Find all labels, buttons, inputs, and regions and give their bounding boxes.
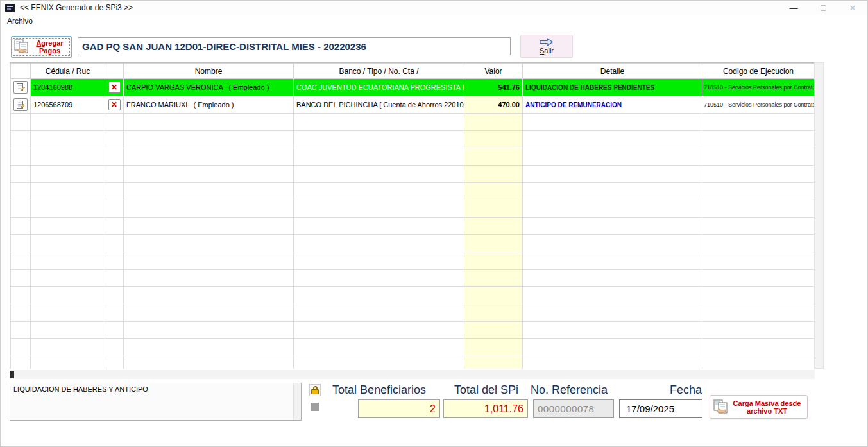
table-row-empty [11, 287, 815, 304]
cell-banco: BANCO DEL PICHINCHA [ Cuenta de Ahorros … [294, 96, 464, 114]
cell-cedula: 1204160988 [31, 79, 105, 96]
cell-nombre: FRANCO MARIUXI ( Empleado ) [124, 96, 294, 114]
carga-masiva-button[interactable]: Carga Masiva desde archivo TXT [710, 395, 808, 419]
table-row-empty [11, 166, 815, 183]
cell-valor: 541.76 [464, 79, 523, 96]
window-controls: — ✕ [779, 1, 867, 15]
table-row[interactable]: 1206568709 ✕ FRANCO MARIUXI ( Empleado )… [11, 96, 815, 114]
header-delete-col [105, 64, 124, 79]
entity-title-input[interactable] [78, 37, 511, 55]
cell-banco: COAC JUVENTUD ECUATORIANA PROGRESISTA LT… [294, 79, 464, 96]
table-row-empty [11, 114, 815, 131]
total-spi-label: Total del SPi [454, 383, 518, 397]
fenix-window: { "window": { "title": "<< FENIX Generad… [0, 0, 868, 447]
table-row-empty [11, 252, 815, 270]
close-button[interactable]: ✕ [838, 1, 867, 15]
header-valor: Valor [464, 64, 523, 79]
table-row-empty [11, 270, 815, 287]
table-row-empty [11, 356, 815, 369]
agregar-pagos-button[interactable]: Agregar Pagos [11, 36, 72, 58]
grid-header-row: Cédula / Ruc Nombre Banco / Tipo / No. C… [11, 64, 815, 79]
total-spi-value: 1,011.76 [443, 399, 528, 418]
cell-cedula: 1206568709 [31, 96, 105, 114]
fecha-value[interactable]: 17/09/2025 [619, 399, 702, 418]
fecha-label: Fecha [670, 383, 702, 397]
titlebar: << FENIX Generador de SPi3 >> — ✕ [1, 1, 867, 15]
edit-row-button[interactable] [13, 81, 28, 94]
cell-detalle: LIQUIDACION DE HABERES PENDIENTES [523, 79, 702, 96]
app-icon [5, 4, 15, 12]
papers-hand-icon [713, 399, 729, 415]
horizontal-scrollbar[interactable] [10, 370, 815, 379]
delete-row-button[interactable]: ✕ [108, 99, 121, 110]
header-codigo: Codigo de Ejecucion [702, 64, 815, 79]
table-row-empty [11, 235, 815, 252]
description-textarea[interactable]: LIQUIDACION DE HABERES Y ANTICIPO [10, 383, 293, 419]
total-beneficiarios-value: 2 [358, 399, 440, 418]
table-row-empty [11, 339, 815, 356]
table-row-empty [11, 304, 815, 322]
table-row-empty [11, 322, 815, 339]
header-detalle: Detalle [523, 64, 702, 79]
agregar-pagos-label: Agregar Pagos [30, 39, 69, 55]
edit-icon [17, 83, 25, 92]
description-scrollbar[interactable] [293, 383, 301, 420]
salir-label: Salir [540, 47, 554, 55]
vertical-scrollbar[interactable] [814, 62, 824, 369]
table-row-empty [11, 148, 815, 166]
cell-nombre: CARPIO VARGAS VERONICA ( Empleado ) [124, 79, 294, 96]
cell-codigo: 710510 - Servicios Personales por Contra… [702, 79, 815, 96]
table-row[interactable]: 1204160988 ✕ CARPIO VARGAS VERONICA ( Em… [11, 79, 815, 96]
delete-row-button[interactable]: ✕ [108, 82, 121, 93]
cell-detalle: ANTICIPO DE REMUNERACION [523, 96, 702, 114]
edit-icon [17, 101, 25, 109]
header-cedula: Cédula / Ruc [31, 64, 105, 79]
header-banco: Banco / Tipo / No. Cta / [294, 64, 464, 79]
salir-button[interactable]: Salir [520, 35, 573, 58]
edit-row-button[interactable] [13, 98, 28, 111]
maximize-icon [821, 5, 826, 11]
papers-hand-icon [13, 39, 30, 55]
carga-masiva-label: Carga Masiva desde archivo TXT [729, 399, 804, 415]
payments-grid: Cédula / Ruc Nombre Banco / Tipo / No. C… [10, 62, 815, 369]
lock-button[interactable] [309, 384, 321, 396]
table-row-empty [11, 183, 815, 200]
window-title: << FENIX Generador de SPi3 >> [20, 3, 133, 12]
table-row-empty [11, 200, 815, 218]
table-row-empty [11, 218, 815, 235]
gray-indicator-square [311, 403, 319, 411]
cell-valor: 470.00 [464, 96, 523, 114]
description-box: LIQUIDACION DE HABERES Y ANTICIPO [10, 383, 302, 421]
cell-codigo: 710510 - Servicios Personales por Contra… [702, 96, 815, 114]
total-beneficiarios-label: Total Beneficiarios [332, 383, 426, 397]
referencia-label: No. Referencia [531, 383, 608, 397]
header-edit-col [11, 64, 31, 79]
referencia-value: 0000000078 [533, 399, 614, 418]
header-nombre: Nombre [124, 64, 294, 79]
maximize-button[interactable] [808, 1, 838, 15]
minimize-button[interactable]: — [779, 1, 808, 15]
menubar: Archivo [1, 15, 867, 28]
menu-item-archivo[interactable]: Archivo [1, 17, 39, 26]
arrow-right-icon [540, 38, 554, 46]
scrollbar-thumb[interactable] [10, 371, 14, 378]
table-row-empty [11, 131, 815, 148]
